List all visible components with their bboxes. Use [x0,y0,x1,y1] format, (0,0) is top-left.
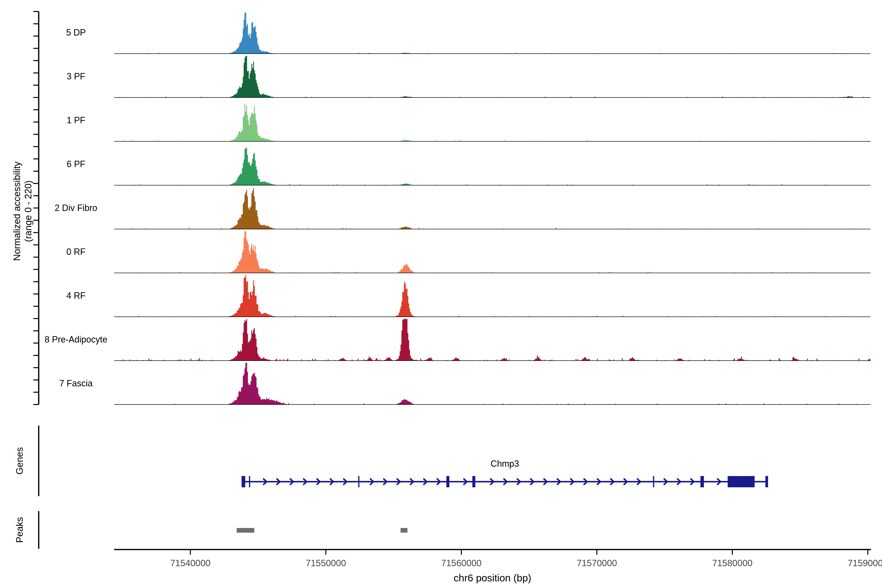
signal-track-2-Div-Fibro [114,188,870,229]
track-label-2-Div-Fibro: 2 Div Fibro [15,202,137,214]
track-label-5-DP: 5 DP [15,27,137,39]
signal-track-7-Fascia [114,363,870,405]
peak-region [237,528,254,532]
gene-exon [472,476,475,487]
signal-track-4-RF [114,275,870,317]
track-label-0-RF: 0 RF [15,246,137,258]
gene-exon [728,476,754,487]
gene-exon [242,476,245,487]
gene-exon [765,476,768,487]
track-label-8-Pre-Adipocyte: 8 Pre-Adipocyte [15,334,137,345]
x-tick-label: 71570000 [560,558,634,568]
track-label-4-RF: 4 RF [15,290,137,302]
gene-exon [358,476,359,487]
signal-track-8-Pre-Adipocyte [114,319,870,361]
gene-exon [700,476,704,487]
peak-region [400,528,407,532]
x-tick-label: 71550000 [289,558,363,568]
x-axis-title: chr6 position (bp) [419,572,566,584]
genes-track-label: Genes [15,447,25,475]
signal-track-3-PF [114,56,870,98]
signal-track-0-RF [114,231,870,273]
track-label-6-PF: 6 PF [15,158,137,170]
gene-name-label: Chmp3 [456,459,554,469]
signal-track-6-PF [114,148,870,186]
gene-exon [446,476,449,487]
track-label-1-PF: 1 PF [15,114,137,126]
signal-track-1-PF [114,104,870,141]
track-label-7-Fascia: 7 Fascia [15,378,137,389]
track-label-3-PF: 3 PF [15,70,137,82]
signal-track-5-DP [114,13,870,54]
x-tick-label: 71540000 [154,558,227,568]
x-tick-label: 71580000 [696,558,769,568]
x-tick-label: 71560000 [424,558,498,568]
peaks-track-label: Peaks [15,517,25,543]
gene-exon [653,476,654,487]
gene-exon [249,476,250,487]
x-tick-label: 71590000 [831,558,882,568]
